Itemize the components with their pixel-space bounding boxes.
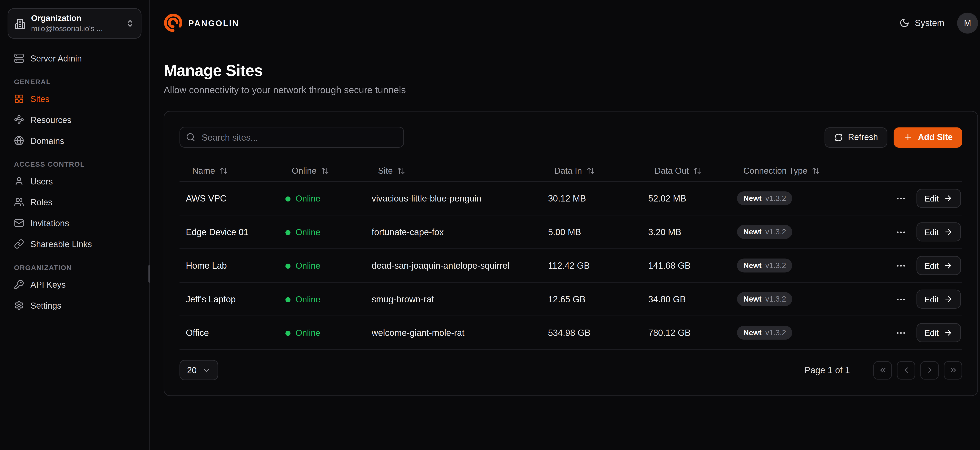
prev-page-button[interactable] bbox=[897, 361, 915, 379]
row-menu-button[interactable] bbox=[894, 259, 907, 272]
edit-button[interactable]: Edit bbox=[916, 222, 961, 241]
status-label: Online bbox=[296, 194, 320, 204]
building-icon bbox=[14, 18, 25, 29]
column-header-online[interactable]: Online bbox=[279, 166, 365, 176]
add-site-button[interactable]: Add Site bbox=[894, 127, 962, 147]
status-dot-icon bbox=[285, 297, 291, 302]
table-footer: 20 Page 1 of 1 bbox=[180, 360, 962, 380]
connection-type-badge: Newtv1.3.2 bbox=[737, 225, 792, 239]
theme-toggle-label: System bbox=[915, 18, 944, 28]
edit-button-label: Edit bbox=[924, 261, 939, 271]
column-header-data-out[interactable]: Data Out bbox=[642, 166, 731, 176]
data-in-value: 30.12 MB bbox=[542, 193, 642, 203]
sidebar-scrollbar[interactable] bbox=[148, 265, 150, 283]
edit-button[interactable]: Edit bbox=[916, 323, 961, 342]
topbar: PANGOLIN System M bbox=[150, 0, 980, 46]
table-row: Office Online welcome-giant-mole-rat 534… bbox=[180, 316, 962, 350]
avatar[interactable]: M bbox=[957, 12, 978, 33]
data-out-value: 780.12 GB bbox=[642, 328, 731, 338]
org-switcher-subtitle: milo@fossorial.io's ... bbox=[31, 24, 120, 34]
sidebar: Organization milo@fossorial.io's ... Ser… bbox=[0, 0, 150, 450]
waypoints-icon bbox=[14, 115, 24, 125]
connection-type-badge: Newtv1.3.2 bbox=[737, 292, 792, 306]
search-box bbox=[180, 127, 404, 147]
column-header-data-in[interactable]: Data In bbox=[542, 166, 642, 176]
theme-toggle[interactable]: System bbox=[900, 18, 945, 28]
chevron-down-icon bbox=[202, 366, 210, 374]
refresh-button[interactable]: Refresh bbox=[824, 127, 888, 147]
sidebar-item-api-keys[interactable]: API Keys bbox=[8, 275, 142, 294]
nav-section-access-control: ACCESS CONTROL bbox=[8, 160, 142, 168]
client-name: Newt bbox=[743, 194, 762, 203]
sidebar-item-settings[interactable]: Settings bbox=[8, 296, 142, 315]
sort-icon bbox=[693, 166, 702, 175]
nav-section-organization: ORGANIZATION bbox=[8, 264, 142, 272]
user-icon bbox=[14, 176, 24, 187]
client-version: v1.3.2 bbox=[765, 228, 786, 236]
add-site-button-label: Add Site bbox=[918, 132, 953, 142]
sites-table: Name Online Site Data In Data Out Connec… bbox=[180, 160, 962, 350]
sort-icon bbox=[812, 166, 820, 175]
sort-icon bbox=[321, 166, 329, 175]
moon-icon bbox=[900, 18, 910, 28]
edit-button[interactable]: Edit bbox=[916, 189, 961, 208]
sidebar-item-shareable-links[interactable]: Shareable Links bbox=[8, 235, 142, 254]
sidebar-item-domains[interactable]: Domains bbox=[8, 132, 142, 151]
client-name: Newt bbox=[743, 228, 762, 236]
sidebar-item-roles[interactable]: Roles bbox=[8, 193, 142, 212]
plus-icon bbox=[904, 132, 913, 142]
site-slug: vivacious-little-blue-penguin bbox=[365, 193, 542, 203]
data-in-value: 534.98 GB bbox=[542, 328, 642, 338]
chevron-left-icon bbox=[902, 366, 910, 374]
column-label: Site bbox=[378, 166, 393, 176]
link-icon bbox=[14, 239, 24, 249]
brand-name: PANGOLIN bbox=[188, 18, 239, 28]
sidebar-item-resources[interactable]: Resources bbox=[8, 111, 142, 130]
page-size-select[interactable]: 20 bbox=[180, 360, 218, 380]
arrow-right-icon bbox=[944, 261, 953, 270]
status-label: Online bbox=[296, 261, 320, 271]
ellipsis-icon bbox=[895, 327, 906, 338]
client-name: Newt bbox=[743, 328, 762, 337]
column-header-site[interactable]: Site bbox=[365, 166, 542, 176]
server-icon bbox=[14, 54, 24, 63]
sidebar-item-users[interactable]: Users bbox=[8, 172, 142, 191]
next-page-button[interactable] bbox=[920, 361, 939, 379]
client-version: v1.3.2 bbox=[765, 261, 786, 270]
sidebar-item-invitations[interactable]: Invitations bbox=[8, 214, 142, 233]
first-page-button[interactable] bbox=[873, 361, 892, 379]
client-version: v1.3.2 bbox=[765, 328, 786, 337]
row-menu-button[interactable] bbox=[894, 292, 907, 306]
column-label: Data Out bbox=[655, 166, 689, 176]
status-badge: Online bbox=[285, 261, 320, 271]
table-toolbar: Refresh Add Site bbox=[180, 127, 962, 147]
site-name: AWS VPC bbox=[180, 193, 279, 203]
pangolin-logo-icon bbox=[164, 13, 183, 32]
column-header-connection-type[interactable]: Connection Type bbox=[731, 166, 856, 176]
page-subtitle: Allow connectivity to your network throu… bbox=[164, 84, 978, 95]
sort-icon bbox=[586, 166, 595, 175]
sidebar-item-sites[interactable]: Sites bbox=[8, 90, 142, 109]
row-menu-button[interactable] bbox=[894, 225, 907, 239]
row-menu-button[interactable] bbox=[894, 192, 907, 205]
connection-type-badge: Newtv1.3.2 bbox=[737, 326, 792, 339]
edit-button[interactable]: Edit bbox=[916, 256, 961, 275]
org-switcher[interactable]: Organization milo@fossorial.io's ... bbox=[8, 8, 142, 39]
edit-button[interactable]: Edit bbox=[916, 290, 961, 309]
row-menu-button[interactable] bbox=[894, 326, 907, 339]
site-name: Jeff's Laptop bbox=[180, 294, 279, 304]
ellipsis-icon bbox=[895, 227, 906, 237]
status-badge: Online bbox=[285, 194, 320, 204]
org-switcher-texts: Organization milo@fossorial.io's ... bbox=[31, 13, 120, 34]
topbar-right: System M bbox=[900, 12, 978, 33]
search-input[interactable] bbox=[180, 127, 404, 147]
column-header-name[interactable]: Name bbox=[180, 166, 279, 176]
last-page-button[interactable] bbox=[944, 361, 962, 379]
app-root: Organization milo@fossorial.io's ... Ser… bbox=[0, 0, 980, 450]
pagination: Page 1 of 1 bbox=[804, 361, 962, 379]
sidebar-item-label: Sites bbox=[30, 94, 49, 104]
sidebar-item-server-admin[interactable]: Server Admin bbox=[8, 49, 142, 68]
site-slug: smug-brown-rat bbox=[365, 294, 542, 304]
mail-icon bbox=[14, 218, 24, 228]
sidebar-item-label: API Keys bbox=[30, 280, 66, 290]
